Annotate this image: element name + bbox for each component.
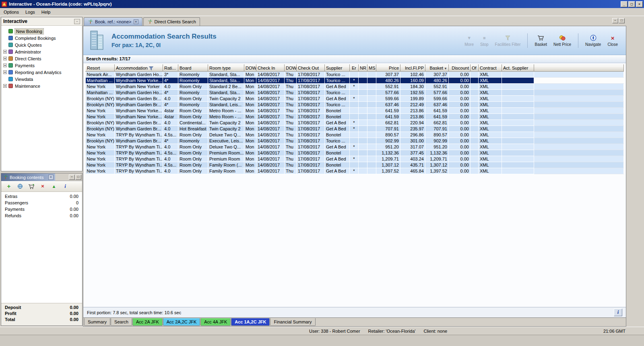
result-row[interactable]: Brooklyn (NY)Wyndham Garden Br...4.0Room…	[86, 96, 624, 102]
results-table-area: ResortAccommodationRati...BoardRoom type…	[83, 63, 626, 307]
sidebar-item-reporting-and-analytics[interactable]: +Reporting and Analytics	[1, 69, 82, 76]
sidebar-item-administrator[interactable]: +Administrator	[1, 48, 82, 55]
result-cell: 17/08/2017	[297, 72, 325, 78]
booking-contents-close-icon[interactable]: ×	[48, 175, 54, 180]
result-row[interactable]: Brooklyn (NY)Wyndham Garden Br...4*Roomo…	[86, 138, 624, 144]
info-icon[interactable]: i	[614, 309, 622, 316]
result-cell: Roomonly	[178, 90, 208, 96]
panel-maximize-icon[interactable]: □	[75, 175, 81, 180]
close-button[interactable]: ×Close	[605, 34, 620, 47]
column-header-dow[interactable]: DOW	[285, 65, 297, 72]
basket-add-icon[interactable]	[28, 183, 35, 190]
result-row[interactable]: New YorkTRYP By Wyndham Ti...4.0Room Onl…	[86, 144, 624, 150]
column-header-price[interactable]: Price	[376, 65, 400, 72]
booking-row-label: Refunds	[5, 213, 70, 220]
result-row[interactable]: New YorkWyndham New Yorker4.0Room OnlySt…	[86, 84, 624, 90]
delete-icon[interactable]: ×	[39, 183, 46, 190]
sidebar-item-completed-bookings[interactable]: Completed Bookings	[1, 35, 82, 41]
column-header-accommodation[interactable]: Accommodation	[115, 65, 163, 72]
menu-item-logs[interactable]: Logs	[22, 8, 38, 16]
bottom-tab-acc-2a-2c-jfk[interactable]: Acc 2A,2C JFK	[163, 318, 200, 326]
globe-icon[interactable]	[17, 183, 24, 190]
panel-minimize-icon[interactable]: −	[69, 175, 75, 180]
result-row[interactable]: New YorkTRYP By Wyndham Ti...4.5s...Room…	[86, 162, 624, 168]
menu-item-options[interactable]: Options	[0, 8, 22, 16]
panel-collapse-icon[interactable]: −	[74, 19, 80, 24]
sidebar-item-payments[interactable]: +Payments	[1, 62, 82, 69]
sidebar-item-new-booking[interactable]: New Booking	[1, 28, 82, 35]
result-row[interactable]: New YorkWyndham New Yorke...4starRoom On…	[86, 114, 624, 120]
column-header-supplier[interactable]: Supplier	[325, 65, 350, 72]
child-minimize-icon[interactable]: −	[612, 18, 618, 23]
column-header-ms[interactable]: MS	[367, 65, 376, 72]
result-cell: 14/08/2017	[256, 72, 285, 78]
facilities-filter-button[interactable]: Facilities Filter	[493, 34, 523, 47]
result-cell: 14/08/2017	[256, 78, 285, 84]
sidebar-item-direct-clients[interactable]: +Direct Clients	[1, 55, 82, 62]
result-row[interactable]: Newark Air...Wyndham Garden Ho...3*Roomo…	[86, 72, 624, 78]
nett-price-button[interactable]: Nett Price	[551, 34, 574, 47]
info-icon[interactable]: i	[62, 183, 69, 190]
basket-button[interactable]: Basket	[532, 34, 549, 47]
upload-icon[interactable]: ▲	[50, 183, 58, 190]
result-row[interactable]: New YorkWyndham New Yorke...4starRoom On…	[86, 108, 624, 114]
bottom-tab-financial-summary[interactable]: Financial Summary	[270, 318, 315, 326]
expand-icon[interactable]: +	[3, 84, 7, 88]
column-header-dow[interactable]: DOW	[244, 65, 256, 72]
more-button[interactable]: ▼More	[462, 34, 476, 47]
bottom-tab-acc-1a-2c-jfk[interactable]: Acc 1A,2C JFK	[231, 318, 270, 326]
tab-close-icon[interactable]: ×	[134, 19, 138, 24]
column-header-er[interactable]: Er	[350, 65, 359, 72]
child-maximize-icon[interactable]: □	[619, 18, 625, 23]
tab-direct-clients-search[interactable]: Direct Clients Search	[143, 17, 200, 26]
result-row[interactable]: Brooklyn (NY)Wyndham Garden Br...4.0Cont…	[86, 120, 624, 126]
column-header-board[interactable]: Board	[178, 65, 208, 72]
column-header-act-supplier[interactable]: Act. Supplier	[502, 65, 534, 72]
column-header-room-type[interactable]: Room type	[208, 65, 244, 72]
result-cell: 435.71	[400, 162, 425, 168]
stop-button[interactable]: ■Stop	[478, 34, 491, 47]
navigate-button[interactable]: Navigate	[583, 34, 603, 47]
expand-icon[interactable]: +	[3, 50, 7, 54]
bottom-tab-search[interactable]: Search	[111, 318, 132, 326]
maximize-button[interactable]: □	[628, 1, 635, 7]
result-cell: New York	[86, 156, 115, 162]
booking-contents-titlebar[interactable]: Booking contents ×	[1, 173, 55, 181]
column-header-discount[interactable]: Discount	[449, 65, 471, 72]
sidebar-item-maintenance[interactable]: +Maintenance	[1, 82, 82, 89]
column-header-check-in[interactable]: Check In	[256, 65, 285, 72]
column-header-of[interactable]: Of	[471, 65, 479, 72]
result-cell: 480.26	[376, 78, 400, 84]
expand-icon[interactable]: +	[3, 64, 7, 67]
column-header-contract[interactable]: Contract	[479, 65, 502, 72]
result-row[interactable]: New YorkTRYP By Wyndham Ti...4.5s...Room…	[86, 132, 624, 138]
result-row[interactable]: Brooklyn (NY)Wyndham Garden Br...4*Roomo…	[86, 102, 624, 108]
result-row[interactable]: New YorkTRYP By Wyndham Ti...4.5s...Room…	[86, 150, 624, 156]
menu-item-help[interactable]: Help	[38, 8, 54, 16]
result-cell: TRYP By Wyndham Ti...	[115, 132, 163, 138]
bottom-tab-acc-4a-jfk[interactable]: Acc 4A JFK	[200, 318, 231, 326]
result-row[interactable]: New YorkTRYP By Wyndham Ti...4.0Room Onl…	[86, 168, 624, 174]
bottom-tab-acc-2a-jfk[interactable]: Acc 2A JFK	[132, 318, 163, 326]
column-header-check-out[interactable]: Check Out	[297, 65, 325, 72]
expand-icon[interactable]: +	[3, 57, 7, 60]
result-row[interactable]: Brooklyn (NY)Wyndham Garden Br...4.0Hot …	[86, 126, 624, 132]
expand-icon[interactable]: +	[3, 70, 7, 74]
add-icon[interactable]: +	[5, 183, 12, 190]
column-header-resort[interactable]: Resort	[86, 65, 115, 72]
result-row[interactable]: New YorkTRYP By Wyndham Ti...4.0Room Onl…	[86, 156, 624, 162]
result-cell	[350, 72, 359, 78]
close-window-button[interactable]: ×	[636, 1, 643, 7]
sidebar-item-quick-quotes[interactable]: Quick Quotes	[1, 41, 82, 48]
column-header-incl-fl-pp[interactable]: Incl.Fl.PP	[400, 65, 425, 72]
minimize-button[interactable]: _	[621, 1, 627, 7]
result-row[interactable]: Manhattan ...Wyndham Garden Ho...4*Roomo…	[86, 90, 624, 96]
tab-book-ref-none[interactable]: Book. ref.: <none>×	[84, 17, 142, 26]
search-results-view: Accommodation Search Results For pax: 1A…	[83, 26, 626, 327]
column-header-basket[interactable]: Basket▼	[425, 65, 449, 72]
column-header-nr[interactable]: NR	[359, 65, 367, 72]
column-header-rati[interactable]: Rati...	[163, 65, 178, 72]
sidebar-item-viewdata[interactable]: Viewdata	[1, 76, 82, 82]
result-row[interactable]: Manhattan ...Wyndham New Yorke...4*Roomo…	[86, 78, 624, 84]
bottom-tab-summary[interactable]: Summary	[84, 318, 110, 326]
